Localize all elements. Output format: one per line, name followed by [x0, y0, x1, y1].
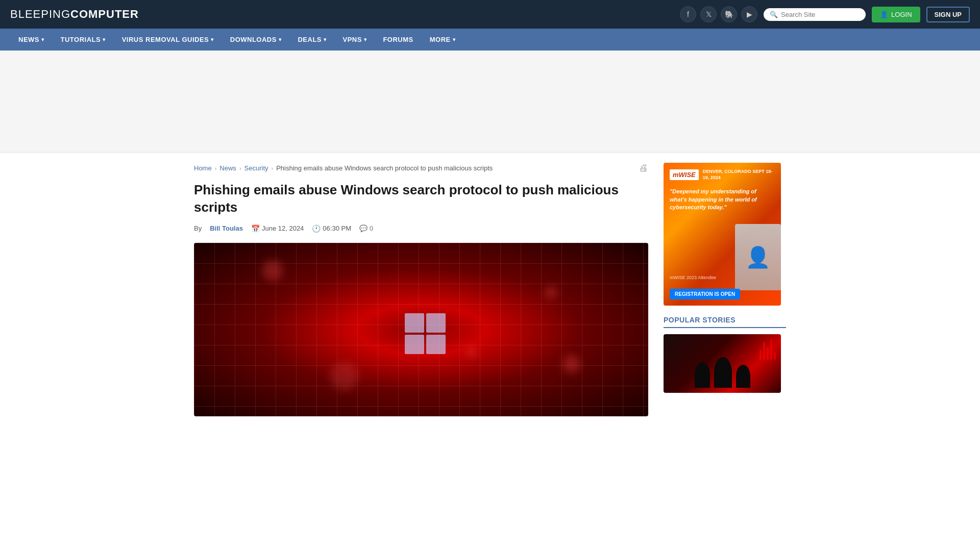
sidebar: mWISE DENVER, COLORADO SEPT 18-19, 2024 … — [664, 163, 786, 416]
popular-stories-title: POPULAR STORIES — [664, 316, 786, 328]
print-icon[interactable]: 🖨 — [639, 163, 648, 173]
sidebar-ad[interactable]: mWISE DENVER, COLORADO SEPT 18-19, 2024 … — [664, 163, 781, 306]
bokeh-2 — [545, 286, 557, 299]
clock-icon: 🕐 — [312, 224, 321, 233]
breadcrumb-news[interactable]: News — [219, 164, 236, 172]
ad-quote: "Deepened my understanding of what's hap… — [670, 188, 775, 211]
breadcrumb-sep-3: › — [272, 165, 274, 171]
site-header: BLEEPINGCOMPUTER f 𝕏 🐘 ▶ 🔍 👤 LOGIN SIGN … — [0, 0, 980, 29]
ad-registration-button[interactable]: REGISTRATION IS OPEN — [670, 289, 740, 299]
article-date: 📅 June 12, 2024 — [251, 224, 304, 233]
nav-item-more[interactable]: MORE ▾ — [422, 29, 464, 51]
article-title: Phishing emails abuse Windows search pro… — [194, 182, 648, 216]
silhouette-3 — [736, 365, 750, 388]
breadcrumb-security[interactable]: Security — [244, 164, 268, 172]
mastodon-icon[interactable]: 🐘 — [721, 6, 737, 22]
bokeh-5 — [562, 355, 580, 373]
chevron-down-icon: ▾ — [279, 37, 282, 42]
nav-item-virus-removal[interactable]: VIRUS REMOVAL GUIDES ▾ — [114, 29, 222, 51]
chevron-down-icon: ▾ — [453, 37, 456, 42]
comment-icon: 💬 — [359, 224, 368, 232]
win-cell-4 — [426, 335, 446, 354]
search-input[interactable] — [781, 11, 860, 18]
article-by: By — [194, 224, 202, 232]
bokeh-1 — [262, 260, 283, 281]
nav-item-forums[interactable]: FORUMS — [375, 29, 421, 51]
ad-attrib: mWISE 2023 Attendee — [670, 275, 716, 280]
main-container: Home › News › Security › Phishing emails… — [184, 153, 796, 427]
win-cell-3 — [405, 335, 424, 354]
twitter-icon[interactable]: 𝕏 — [700, 6, 717, 22]
article-comments[interactable]: 💬 0 — [359, 224, 373, 232]
chevron-down-icon: ▾ — [103, 37, 106, 42]
article-image — [194, 243, 648, 416]
silhouette-1 — [695, 362, 710, 388]
article-meta: By Bill Toulas 📅 June 12, 2024 🕐 06:30 P… — [194, 224, 648, 233]
chevron-down-icon: ▾ — [364, 37, 367, 42]
signup-button[interactable]: SIGN UP — [926, 7, 970, 22]
nav-item-vpns[interactable]: VPNS ▾ — [335, 29, 375, 51]
breadcrumb-sep-1: › — [215, 165, 217, 171]
main-nav: NEWS ▾ TUTORIALS ▾ VIRUS REMOVAL GUIDES … — [0, 29, 980, 51]
article-time: 🕐 06:30 PM — [312, 224, 351, 233]
nav-item-deals[interactable]: DEALS ▾ — [289, 29, 334, 51]
popular-story-image[interactable] — [664, 334, 781, 393]
nav-item-downloads[interactable]: DOWNLOADS ▾ — [222, 29, 290, 51]
search-icon: 🔍 — [770, 11, 778, 18]
mwise-logo: mWISE — [670, 169, 699, 180]
nav-item-tutorials[interactable]: TUTORIALS ▾ — [53, 29, 114, 51]
user-icon: 👤 — [880, 11, 888, 18]
ad-location: DENVER, COLORADO SEPT 18-19, 2024 — [703, 169, 775, 181]
calendar-icon: 📅 — [251, 224, 260, 233]
story-silhouettes — [664, 352, 781, 393]
facebook-icon[interactable]: f — [680, 6, 696, 22]
article-author[interactable]: Bill Toulas — [210, 224, 243, 232]
ad-banner-top — [0, 51, 980, 153]
breadcrumb: Home › News › Security › Phishing emails… — [194, 163, 648, 173]
silhouette-2 — [714, 357, 732, 388]
win-cell-1 — [405, 313, 424, 333]
chevron-down-icon: ▾ — [324, 37, 327, 42]
site-logo[interactable]: BLEEPINGCOMPUTER — [10, 8, 139, 21]
search-bar: 🔍 — [764, 8, 866, 21]
nav-item-news[interactable]: NEWS ▾ — [10, 29, 53, 51]
win-cell-2 — [426, 313, 446, 333]
header-right: f 𝕏 🐘 ▶ 🔍 👤 LOGIN SIGN UP — [680, 6, 970, 22]
ad-person-image: 👤 — [735, 224, 781, 290]
article-image-bg — [194, 243, 648, 416]
popular-stories: POPULAR STORIES — [664, 316, 786, 393]
logo-bold: COMPUTER — [70, 8, 139, 20]
logo-plain: BLEEPING — [10, 8, 70, 20]
youtube-icon[interactable]: ▶ — [741, 6, 757, 22]
social-icons: f 𝕏 🐘 ▶ — [680, 6, 757, 22]
content-area: Home › News › Security › Phishing emails… — [194, 163, 648, 416]
chevron-down-icon: ▾ — [211, 37, 214, 42]
sidebar-ad-logo: mWISE DENVER, COLORADO SEPT 18-19, 2024 — [670, 169, 775, 181]
breadcrumb-home[interactable]: Home — [194, 164, 212, 172]
breadcrumb-sep-2: › — [239, 165, 241, 171]
windows-logo — [405, 313, 446, 354]
bokeh-4 — [467, 347, 477, 357]
breadcrumb-current: Phishing emails abuse Windows search pro… — [276, 164, 493, 172]
login-button[interactable]: 👤 LOGIN — [872, 7, 920, 22]
bokeh-3 — [330, 362, 358, 390]
chevron-down-icon: ▾ — [41, 37, 44, 42]
